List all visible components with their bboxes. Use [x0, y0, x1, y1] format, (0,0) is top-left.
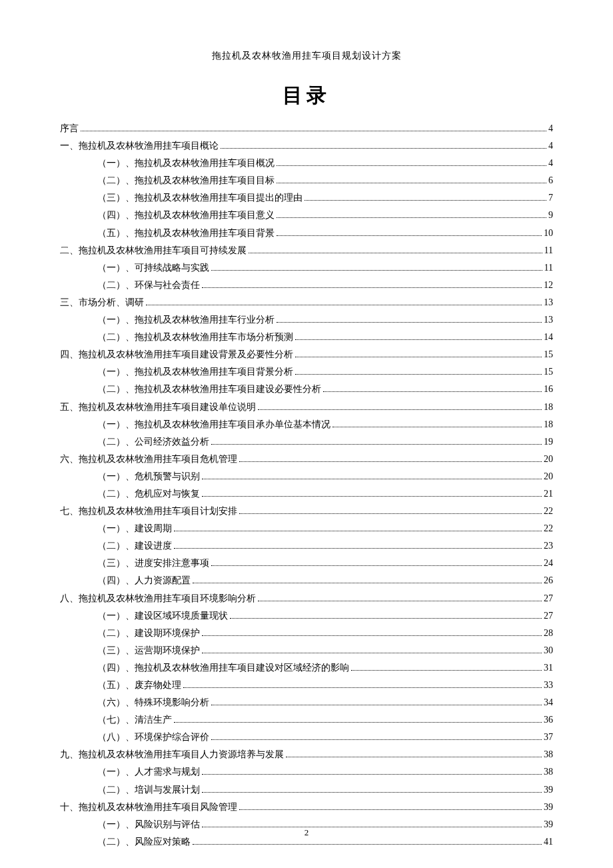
- toc-leader-dots: [305, 200, 546, 201]
- toc-entry[interactable]: 序言4: [60, 124, 553, 133]
- toc-entry-page: 9: [548, 211, 553, 220]
- toc-entry-label: （四）、拖拉机及农林牧渔用挂车项目建设对区域经济的影响: [97, 663, 349, 673]
- toc-leader-dots: [202, 792, 542, 793]
- toc-entry-label: （四）、拖拉机及农林牧渔用挂车项目意义: [97, 211, 275, 220]
- toc-entry-page: 4: [548, 124, 553, 133]
- toc-entry-page: 22: [544, 507, 553, 516]
- toc-entry-page: 14: [544, 333, 553, 342]
- toc-entry-page: 11: [544, 246, 553, 255]
- toc-entry-page: 6: [548, 176, 553, 185]
- toc-entry[interactable]: 五、拖拉机及农林牧渔用挂车项目建设单位说明18: [60, 403, 553, 412]
- toc-entry-label: （一）、建设区域环境质量现状: [97, 611, 228, 621]
- toc-leader-dots: [277, 217, 546, 218]
- toc-entry-page: 41: [544, 837, 553, 847]
- toc-leader-dots: [249, 253, 542, 253]
- toc-entry[interactable]: （一）、可持续战略与实践11: [60, 263, 553, 273]
- toc-leader-dots: [193, 844, 542, 845]
- toc-entry-label: 一、拖拉机及农林牧渔用挂车项目概论: [60, 141, 219, 151]
- toc-leader-dots: [174, 531, 542, 531]
- toc-entry[interactable]: 九、拖拉机及农林牧渔用挂车项目人力资源培养与发展38: [60, 750, 553, 759]
- toc-entry-label: （四）、人力资源配置: [97, 576, 191, 585]
- toc-leader-dots: [277, 183, 546, 183]
- toc-entry[interactable]: 四、拖拉机及农林牧渔用挂车项目建设背景及必要性分析15: [60, 350, 553, 359]
- toc-entry-label: （二）、危机应对与恢复: [97, 489, 200, 499]
- toc-entry[interactable]: （四）、人力资源配置26: [60, 576, 553, 585]
- toc-entry-label: 九、拖拉机及农林牧渔用挂车项目人力资源培养与发展: [60, 750, 284, 759]
- toc-entry-page: 39: [544, 785, 553, 795]
- toc-entry[interactable]: （二）、建设期环境保护28: [60, 629, 553, 638]
- toc-entry[interactable]: 八、拖拉机及农林牧渔用挂车项目环境影响分析27: [60, 594, 553, 603]
- toc-entry-label: 十、拖拉机及农林牧渔用挂车项目风险管理: [60, 803, 237, 812]
- toc-entry[interactable]: （四）、拖拉机及农林牧渔用挂车项目意义9: [60, 211, 553, 220]
- toc-entry-label: 八、拖拉机及农林牧渔用挂车项目环境影响分析: [60, 594, 256, 603]
- toc-entry-page: 20: [544, 472, 553, 481]
- toc-leader-dots: [239, 513, 542, 514]
- toc-leader-dots: [295, 357, 542, 357]
- toc-entry[interactable]: （一）、建设周期22: [60, 524, 553, 533]
- toc-entry-page: 20: [544, 455, 553, 464]
- toc-entry-page: 24: [544, 559, 553, 568]
- toc-entry[interactable]: 六、拖拉机及农林牧渔用挂车项目危机管理20: [60, 455, 553, 464]
- toc-entry[interactable]: （一）、危机预警与识别20: [60, 472, 553, 481]
- toc-entry-page: 28: [544, 629, 553, 638]
- toc-entry[interactable]: （一）、建设区域环境质量现状27: [60, 611, 553, 621]
- toc-leader-dots: [286, 757, 542, 757]
- toc-entry-page: 4: [548, 159, 553, 168]
- toc-entry-page: 37: [544, 733, 553, 742]
- toc-entry[interactable]: 一、拖拉机及农林牧渔用挂车项目概论4: [60, 141, 553, 151]
- toc-entry[interactable]: （四）、拖拉机及农林牧渔用挂车项目建设对区域经济的影响31: [60, 663, 553, 673]
- toc-entry[interactable]: 三、市场分析、调研13: [60, 298, 553, 307]
- toc-entry[interactable]: （七）、清洁生产36: [60, 715, 553, 725]
- toc-entry[interactable]: （五）、废弃物处理33: [60, 681, 553, 690]
- toc-entry-label: 七、拖拉机及农林牧渔用挂车项目计划安排: [60, 507, 237, 516]
- toc-leader-dots: [146, 305, 542, 305]
- toc-entry-page: 23: [544, 541, 553, 551]
- toc-entry-label: （一）、人才需求与规划: [97, 767, 200, 777]
- toc-entry[interactable]: （一）、拖拉机及农林牧渔用挂车项目承办单位基本情况18: [60, 420, 553, 429]
- toc-entry-page: 30: [544, 646, 553, 655]
- toc-entry[interactable]: 七、拖拉机及农林牧渔用挂车项目计划安排22: [60, 507, 553, 516]
- toc-entry[interactable]: （二）、拖拉机及农林牧渔用挂车项目目标6: [60, 176, 553, 185]
- toc-entry-label: （五）、废弃物处理: [97, 681, 181, 690]
- toc-entry-label: （二）、建设期环境保护: [97, 629, 200, 638]
- toc-leader-dots: [211, 739, 542, 740]
- toc-leader-dots: [183, 687, 542, 688]
- toc-entry-page: 18: [544, 420, 553, 429]
- toc-entry[interactable]: （一）、人才需求与规划38: [60, 767, 553, 777]
- toc-entry[interactable]: （六）、特殊环境影响分析34: [60, 698, 553, 707]
- toc-entry-page: 31: [544, 663, 553, 673]
- toc-leader-dots: [230, 618, 542, 619]
- toc-leader-dots: [202, 287, 542, 288]
- toc-entry[interactable]: （二）、环保与社会责任12: [60, 281, 553, 290]
- toc-entry-label: （三）、拖拉机及农林牧渔用挂车项目提出的理由: [97, 193, 303, 203]
- toc-entry[interactable]: （二）、风险应对策略41: [60, 837, 553, 847]
- toc-entry-label: 三、市场分析、调研: [60, 298, 144, 307]
- toc-entry-label: （二）、拖拉机及农林牧渔用挂车项目建设必要性分析: [97, 385, 321, 394]
- toc-entry[interactable]: 十、拖拉机及农林牧渔用挂车项目风险管理39: [60, 803, 553, 812]
- toc-entry[interactable]: （三）、拖拉机及农林牧渔用挂车项目提出的理由7: [60, 193, 553, 203]
- toc-entry-label: （一）、可持续战略与实践: [97, 263, 209, 273]
- toc-entry-page: 27: [544, 611, 553, 621]
- toc-entry-label: （八）、环境保护综合评价: [97, 733, 209, 742]
- toc-entry[interactable]: （二）、公司经济效益分析19: [60, 437, 553, 447]
- toc-entry[interactable]: 二、拖拉机及农林牧渔用挂车项目可持续发展11: [60, 246, 553, 255]
- toc-entry[interactable]: （一）、拖拉机及农林牧渔用挂车行业分析13: [60, 315, 553, 325]
- toc-entry[interactable]: （二）、危机应对与恢复21: [60, 489, 553, 499]
- toc-entry[interactable]: （二）、培训与发展计划39: [60, 785, 553, 795]
- toc-entry-page: 13: [544, 298, 553, 307]
- toc-entry[interactable]: （三）、运营期环境保护30: [60, 646, 553, 655]
- toc-entry[interactable]: （一）、拖拉机及农林牧渔用挂车项目概况4: [60, 159, 553, 168]
- toc-entry-label: 六、拖拉机及农林牧渔用挂车项目危机管理: [60, 455, 237, 464]
- toc-entry[interactable]: （二）、拖拉机及农林牧渔用挂车项目建设必要性分析16: [60, 385, 553, 394]
- toc-entry[interactable]: （二）、拖拉机及农林牧渔用挂车市场分析预测14: [60, 333, 553, 342]
- toc-leader-dots: [202, 496, 542, 497]
- toc-entry[interactable]: （五）、拖拉机及农林牧渔用挂车项目背景10: [60, 229, 553, 238]
- toc-entry[interactable]: （八）、环境保护综合评价37: [60, 733, 553, 742]
- toc-entry[interactable]: （二）、建设进度23: [60, 541, 553, 551]
- toc-leader-dots: [258, 409, 542, 410]
- toc-leader-dots: [202, 635, 542, 636]
- toc-entry[interactable]: （一）、拖拉机及农林牧渔用挂车项目背景分析15: [60, 367, 553, 377]
- toc-entry-label: （一）、拖拉机及农林牧渔用挂车项目背景分析: [97, 367, 293, 377]
- toc-entry[interactable]: （三）、进度安排注意事项24: [60, 559, 553, 568]
- toc-leader-dots: [221, 148, 546, 149]
